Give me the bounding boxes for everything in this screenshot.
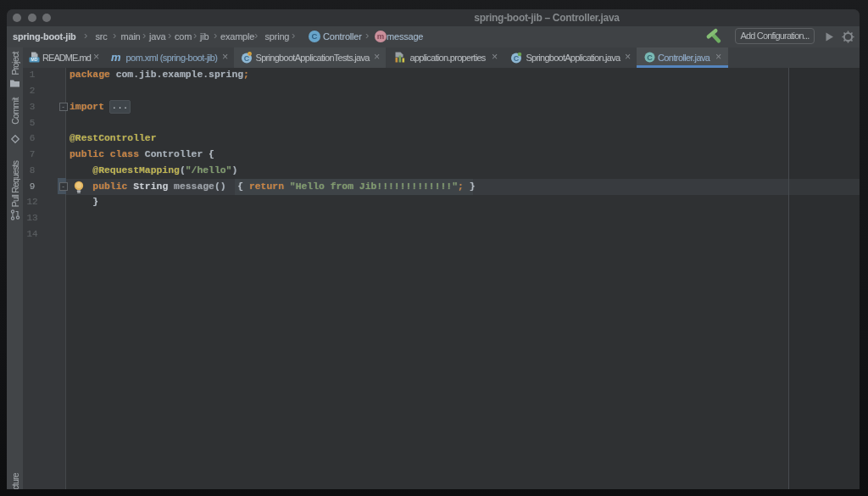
svg-text:C: C <box>647 53 653 62</box>
svg-text:MD: MD <box>31 57 38 62</box>
